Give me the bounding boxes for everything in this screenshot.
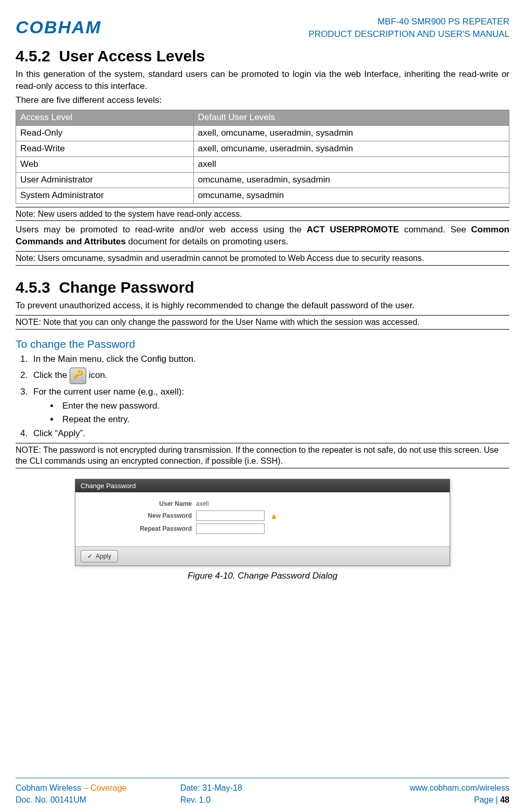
dialog-title: Change Password [75,479,450,493]
footer-company-post: Coverage [90,783,126,792]
table-cell: omcuname, useradmin, sysadmin [193,172,509,188]
change-password-steps: In the Main menu, click the Config butto… [30,353,509,440]
table-cell: axell, omcuname, useradmin, sysadmin [193,141,509,156]
table-row: Read-Writeaxell, omcuname, useradmin, sy… [16,141,509,156]
doc-header: MBF-40 SMR900 PS REPEATER PRODUCT DESCRI… [309,16,509,41]
footer-rev: Rev. 1.0 [180,794,345,806]
section-452-heading: 4.5.2 User Access Levels [16,46,509,67]
figure-caption: Figure 4-10. Change Password Dialog [16,570,509,582]
text: icon. [86,370,108,380]
table-head-1: Default User Levels [193,110,509,125]
repeat-password-input[interactable] [196,523,265,534]
step-3b: Repeat the entry. [59,414,509,426]
text: For the current user name (e.g., axell): [33,387,184,397]
user-name-label: User Name [88,500,192,508]
text: Click the [33,370,70,380]
repeat-password-label: Repeat Password [88,525,192,533]
step-3a: Enter the new password. [59,400,509,412]
step-4: Click “Apply”. [30,428,509,440]
user-name-value: axell [196,500,209,508]
section-453-title: Change Password [59,279,194,296]
text: Users may be promoted to read-write and/… [16,225,307,234]
access-levels-table: Access Level Default User Levels Read-On… [16,110,509,204]
table-head-0: Access Level [16,110,194,125]
section-452-intro2: There are five different access levels: [16,95,509,107]
footer-company-sep: – [81,783,90,792]
brand-logo: COBHAM [16,16,101,40]
text: document for details on promoting users. [126,237,288,246]
section-452-number: 4.5.2 [16,47,50,64]
table-cell: Web [16,156,194,172]
subhead-change-password: To change the Password [16,337,509,351]
doc-header-line2: PRODUCT DESCRIPTION AND USER'S MANUAL [309,28,509,41]
promote-paragraph: Users may be promoted to read-write and/… [16,224,509,248]
text: command. See [399,225,471,234]
footer-date: 31-May-18 [202,783,242,792]
new-password-input[interactable] [196,510,265,521]
new-password-label: New Password [88,512,192,520]
footer-page-number: 48 [500,795,509,804]
section-453-number: 4.5.3 [16,279,50,296]
step-2: Click the icon. [30,368,509,384]
footer-url: www.cobham.com/wireless [345,782,509,794]
footer-date-label: Date: [180,783,203,792]
note-new-users: Note: New users added to the system have… [16,207,509,221]
table-cell: Read-Write [16,141,194,156]
note-session-user: NOTE: Note that you can only change the … [16,315,509,330]
section-453-intro: To prevent unauthorized access, it is hi… [16,300,509,312]
footer-docno: Doc. No. 00141UM [16,794,180,806]
footer-page-label: Page | [474,795,500,804]
change-password-icon [70,368,86,384]
table-row: User Administratoromcuname, useradmin, s… [16,172,509,188]
table-cell: System Administrator [16,188,194,203]
apply-button[interactable]: ✓ Apply [81,550,118,562]
table-cell: User Administrator [16,172,194,188]
page-footer: Cobham Wireless – Coverage Date: 31-May-… [16,778,509,806]
table-cell: Read-Only [16,125,194,141]
table-cell: axell, omcuname, useradmin, sysadmin [193,125,509,141]
doc-header-line1: MBF-40 SMR900 PS REPEATER [309,16,509,28]
section-453-heading: 4.5.3 Change Password [16,277,509,298]
apply-label: Apply [96,552,111,560]
step-1: In the Main menu, click the Config butto… [30,353,509,365]
table-row: Read-Onlyaxell, omcuname, useradmin, sys… [16,125,509,141]
note-web-access: Note: Users omcuname, sysadmin and usera… [16,251,509,266]
step-3: For the current user name (e.g., axell):… [30,386,509,426]
command-name: ACT USERPROMOTE [307,225,399,234]
note-encryption: NOTE: The password is not encrypted duri… [16,443,509,468]
table-row: System Administratoromcuname, sysadmin [16,188,509,203]
table-row: Webaxell [16,156,509,172]
table-cell: omcuname, sysadmin [193,188,509,203]
footer-company-pre: Cobham Wireless [16,783,81,792]
change-password-dialog: Change Password User Name axell New Pass… [75,479,450,567]
warning-icon: ▲ [270,510,278,522]
section-452-title: User Access Levels [59,47,205,64]
section-452-intro1: In this generation of the system, standa… [16,69,509,93]
check-icon: ✓ [87,552,93,560]
table-cell: axell [193,156,509,172]
